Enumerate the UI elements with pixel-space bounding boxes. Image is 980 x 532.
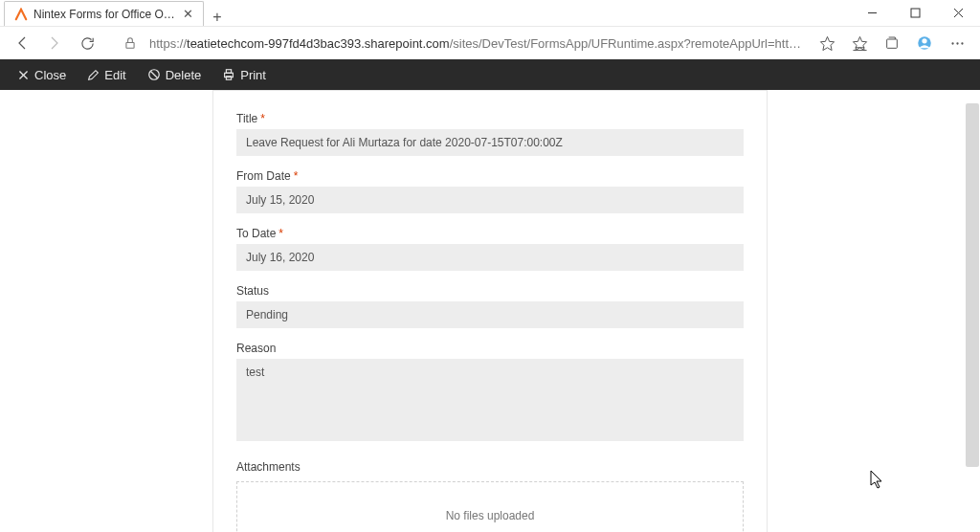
title-value: Leave Request for Ali Murtaza for date 2…	[236, 129, 744, 156]
navbar-right-icons	[812, 29, 972, 57]
url-prefix: https://	[149, 36, 187, 51]
attachments-dropzone[interactable]: No files uploaded	[236, 481, 744, 532]
window-minimize-button[interactable]	[851, 0, 894, 26]
edit-label: Edit	[104, 68, 125, 82]
form-command-bar: Close Edit Delete Print	[0, 59, 980, 90]
collections-icon[interactable]	[877, 29, 907, 57]
from-date-label: From Date	[236, 169, 291, 183]
scrollbar-thumb[interactable]	[966, 103, 979, 467]
svg-rect-21	[227, 77, 232, 80]
svg-marker-6	[853, 36, 866, 50]
required-indicator: *	[278, 227, 283, 240]
profile-icon[interactable]	[909, 29, 940, 57]
nav-refresh-button[interactable]	[73, 29, 101, 57]
nav-back-button[interactable]	[8, 29, 36, 57]
new-tab-button[interactable]: +	[204, 9, 231, 26]
address-bar[interactable]: https://teatietechcom-997fd4d3bac393.sha…	[145, 36, 808, 51]
status-label: Status	[236, 284, 269, 298]
print-button[interactable]: Print	[214, 59, 274, 90]
tab-title: Nintex Forms for Office O365	[33, 8, 177, 21]
attachments-empty-text: No files uploaded	[446, 509, 535, 522]
nav-forward-button[interactable]	[40, 29, 69, 57]
window-controls	[851, 0, 980, 26]
svg-rect-20	[227, 70, 232, 74]
nintex-favicon-icon	[14, 8, 28, 21]
close-label: Close	[34, 68, 66, 82]
reason-label: Reason	[236, 342, 276, 355]
svg-rect-9	[887, 39, 898, 48]
svg-rect-4	[126, 42, 134, 48]
window-maximize-button[interactable]	[894, 0, 937, 26]
field-to-date: To Date* July 16, 2020	[236, 227, 744, 271]
field-reason: Reason test	[236, 342, 744, 441]
svg-line-18	[150, 72, 157, 78]
svg-rect-1	[911, 9, 920, 17]
form-card: Title* Leave Request for Ali Murtaza for…	[212, 90, 768, 532]
svg-point-13	[956, 42, 958, 44]
required-indicator: *	[294, 169, 299, 183]
browser-navbar: https://teatietechcom-997fd4d3bac393.sha…	[0, 27, 980, 59]
field-title: Title* Leave Request for Ali Murtaza for…	[236, 112, 744, 156]
svg-point-14	[961, 42, 963, 44]
url-host: teatietechcom-997fd4d3bac393.sharepoint.…	[187, 36, 450, 51]
print-label: Print	[240, 68, 266, 82]
close-button[interactable]: Close	[10, 59, 74, 90]
lock-icon[interactable]	[119, 36, 142, 50]
required-indicator: *	[260, 112, 265, 125]
to-date-label: To Date	[236, 227, 276, 240]
to-date-value: July 16, 2020	[236, 244, 744, 271]
field-from-date: From Date* July 15, 2020	[236, 169, 744, 213]
reason-value: test	[236, 359, 744, 441]
favorite-star-icon[interactable]	[812, 29, 842, 57]
delete-button[interactable]: Delete	[140, 59, 210, 90]
page-content: Title* Leave Request for Ali Murtaza for…	[0, 90, 980, 532]
tab-close-icon[interactable]: ✕	[183, 7, 193, 21]
field-status: Status Pending	[236, 284, 744, 328]
more-menu-icon[interactable]	[942, 29, 972, 57]
browser-tab-active[interactable]: Nintex Forms for Office O365 ✕	[4, 1, 204, 26]
url-path: /sites/DevTest/FormsApp/UFRuntime.aspx?r…	[450, 36, 808, 51]
from-date-value: July 15, 2020	[236, 187, 744, 213]
svg-point-12	[951, 42, 953, 44]
window-close-button[interactable]	[937, 0, 980, 26]
svg-marker-5	[820, 36, 834, 50]
delete-label: Delete	[166, 68, 202, 82]
window-titlebar: Nintex Forms for Office O365 ✕ +	[0, 0, 980, 27]
title-label: Title	[236, 112, 257, 125]
favorites-hub-icon[interactable]	[844, 29, 875, 57]
edit-button[interactable]: Edit	[79, 59, 133, 90]
tab-strip: Nintex Forms for Office O365 ✕ +	[0, 0, 231, 26]
svg-point-11	[922, 38, 926, 43]
status-value: Pending	[236, 301, 744, 328]
attachments-label: Attachments	[236, 460, 301, 474]
field-attachments: Attachments No files uploaded	[236, 460, 744, 532]
